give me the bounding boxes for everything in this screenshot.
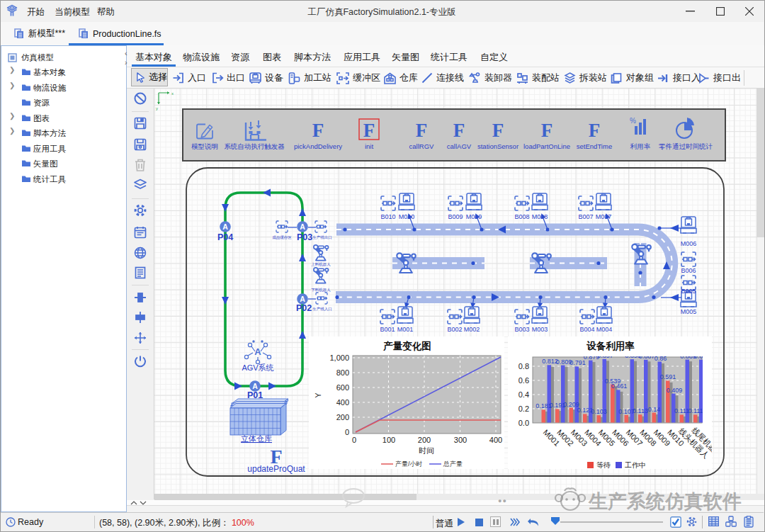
- svg-text:0.409: 0.409: [667, 387, 683, 394]
- svg-text:成品缓存区: 成品缓存区: [272, 235, 292, 239]
- svg-text:A: A: [252, 382, 258, 390]
- svg-text:0.111: 0.111: [674, 407, 689, 414]
- svg-text:B008: B008: [514, 213, 529, 220]
- svg-text:P02: P02: [296, 303, 312, 313]
- svg-text:F: F: [312, 120, 324, 141]
- svg-text:产量/小时: 产量/小时: [395, 460, 423, 468]
- svg-text:callAGV: callAGV: [447, 142, 472, 150]
- svg-text:600: 600: [336, 383, 349, 392]
- svg-text:updateProQuat: updateProQuat: [247, 464, 305, 474]
- svg-text:A: A: [300, 295, 305, 303]
- svg-text:B005: B005: [681, 288, 696, 295]
- svg-text:B002: B002: [447, 326, 462, 333]
- svg-text:F: F: [363, 120, 375, 141]
- svg-text:0.461: 0.461: [611, 383, 628, 390]
- svg-text:0.113: 0.113: [633, 407, 648, 414]
- svg-text:0.111: 0.111: [688, 407, 703, 414]
- svg-text:300: 300: [454, 436, 467, 444]
- svg-text:F: F: [416, 120, 428, 141]
- svg-text:pickAndDelivery: pickAndDelivery: [294, 142, 342, 150]
- svg-text:M009: M009: [466, 213, 482, 220]
- svg-text:产量变化图: 产量变化图: [382, 340, 431, 351]
- svg-text:1,000: 1,000: [329, 353, 349, 362]
- svg-text:模型说明: 模型说明: [191, 142, 218, 150]
- svg-text:0.0: 0.0: [518, 419, 529, 427]
- svg-text:P03: P03: [297, 232, 312, 242]
- svg-text:M004: M004: [596, 326, 613, 333]
- svg-text:0: 0: [352, 436, 356, 444]
- svg-text:工作中: 工作中: [625, 461, 646, 469]
- svg-text:400: 400: [489, 436, 502, 444]
- svg-text:B003: B003: [514, 326, 529, 333]
- svg-text:F: F: [589, 120, 601, 141]
- svg-text:init: init: [365, 142, 374, 150]
- svg-text:A: A: [300, 222, 305, 231]
- svg-text:生产线入口: 生产线入口: [312, 307, 332, 312]
- svg-text:stationSensor: stationSensor: [477, 142, 518, 150]
- svg-text:200: 200: [336, 413, 349, 421]
- svg-text:设备利用率: 设备利用率: [586, 341, 635, 351]
- svg-text:0.2: 0.2: [518, 404, 529, 413]
- svg-text:AGV系统: AGV系统: [242, 363, 273, 372]
- svg-text:时间: 时间: [419, 446, 434, 455]
- svg-text:生产线出口: 生产线出口: [312, 235, 332, 240]
- svg-text:F: F: [541, 120, 553, 141]
- svg-text:利用率: 利用率: [630, 142, 651, 150]
- svg-text:setEndTime: setEndTime: [577, 142, 612, 150]
- svg-text:B010: B010: [380, 213, 395, 220]
- svg-text:M001: M001: [397, 326, 414, 333]
- svg-text:y: y: [156, 106, 158, 111]
- svg-text:立体仓库: 立体仓库: [241, 434, 272, 443]
- svg-text:F: F: [453, 120, 465, 141]
- svg-text:B001: B001: [380, 326, 395, 333]
- svg-text:A: A: [222, 222, 228, 231]
- svg-text:0.4: 0.4: [518, 390, 529, 399]
- svg-text:M010: M010: [399, 213, 415, 220]
- svg-text:loadPartOnLine: loadPartOnLine: [523, 142, 570, 150]
- svg-text:下料机器人: 下料机器人: [311, 288, 331, 293]
- svg-text:B004: B004: [579, 326, 594, 333]
- svg-text:0.8: 0.8: [518, 362, 529, 370]
- svg-text:F: F: [492, 120, 504, 141]
- svg-text:B007: B007: [578, 213, 593, 220]
- svg-text:B006: B006: [681, 267, 696, 274]
- svg-text:100: 100: [382, 436, 395, 444]
- svg-text:0.6: 0.6: [518, 376, 529, 385]
- svg-text:上料机器人: 上料机器人: [311, 262, 331, 267]
- svg-text:等待: 等待: [596, 461, 611, 469]
- svg-text:0.591: 0.591: [660, 373, 676, 380]
- svg-text:M005: M005: [681, 308, 697, 315]
- svg-text:M003: M003: [532, 326, 548, 333]
- svg-text:0: 0: [345, 428, 349, 436]
- svg-text:M008: M008: [532, 213, 548, 220]
- svg-text:P04: P04: [217, 232, 233, 242]
- svg-text:%: %: [630, 117, 636, 125]
- svg-text:A: A: [254, 346, 261, 357]
- svg-text:M002: M002: [464, 326, 480, 333]
- svg-text:M006: M006: [681, 240, 697, 247]
- svg-text:400: 400: [336, 398, 349, 407]
- svg-text:0.103: 0.103: [591, 408, 607, 415]
- svg-text:总产量: 总产量: [443, 460, 463, 468]
- svg-text:B009: B009: [448, 213, 463, 220]
- svg-text:800: 800: [336, 368, 349, 377]
- svg-text:系统自动执行触发器: 系统自动执行触发器: [224, 142, 285, 150]
- svg-text:Y: Y: [314, 392, 322, 398]
- svg-text:M007: M007: [596, 213, 612, 220]
- svg-text:x: x: [171, 91, 174, 96]
- svg-text:200: 200: [418, 436, 431, 444]
- svg-text:0.791: 0.791: [570, 359, 586, 366]
- svg-text:0.14: 0.14: [648, 406, 661, 413]
- svg-text:callRGV: callRGV: [409, 142, 435, 150]
- svg-text:零件通过时间统计: 零件通过时间统计: [659, 142, 713, 150]
